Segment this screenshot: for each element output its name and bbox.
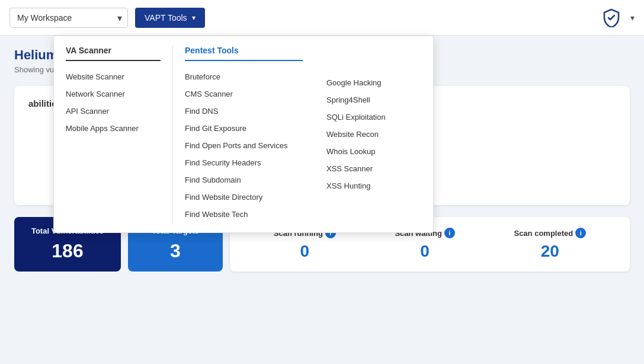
- menu-item-sqli-exploitation[interactable]: SQLi Exploitation: [326, 108, 421, 126]
- menu-item-xss-hunting[interactable]: XSS Hunting: [326, 177, 421, 194]
- header: My Workspace VAPT Tools ▾ ▾: [0, 0, 644, 36]
- menu-item-find-git-exposure[interactable]: Find Git Exposure: [185, 120, 303, 137]
- va-scanner-column: VA Scanner Website Scanner Network Scann…: [54, 46, 172, 223]
- menu-item-network-scanner[interactable]: Network Scanner: [66, 85, 161, 103]
- menu-item-xss-scanner[interactable]: XSS Scanner: [326, 160, 421, 177]
- pentest-tools-column-2: Google Hacking Spring4Shell SQLi Exploit…: [315, 46, 433, 223]
- menu-item-find-website-directory[interactable]: Find Website Directory: [185, 189, 303, 206]
- menu-item-cms-scanner[interactable]: CMS Scanner: [185, 85, 303, 103]
- dropdown-overlay: VA Scanner Website Scanner Network Scann…: [0, 36, 644, 364]
- menu-item-find-security-headers[interactable]: Find Security Headers: [185, 154, 303, 171]
- menu-item-google-hacking[interactable]: Google Hacking: [326, 74, 421, 91]
- vapt-tools-button[interactable]: VAPT Tools ▾: [135, 8, 205, 28]
- dropdown-menu: VA Scanner Website Scanner Network Scann…: [53, 36, 434, 233]
- vapt-tools-label: VAPT Tools: [145, 13, 187, 23]
- menu-item-website-scanner[interactable]: Website Scanner: [66, 68, 161, 85]
- menu-item-mobile-apps-scanner[interactable]: Mobile Apps Scanner: [66, 120, 161, 137]
- vapt-tools-arrow-icon: ▾: [192, 14, 196, 22]
- header-right: ▾: [602, 8, 635, 27]
- menu-item-find-dns[interactable]: Find DNS: [185, 103, 303, 120]
- menu-item-find-website-tech[interactable]: Find Website Tech: [185, 206, 303, 223]
- va-scanner-title: VA Scanner: [66, 46, 161, 61]
- menu-item-spring4shell[interactable]: Spring4Shell: [326, 91, 421, 108]
- menu-item-find-subdomain[interactable]: Find Subdomain: [185, 171, 303, 189]
- workspace-select[interactable]: My Workspace: [9, 8, 128, 28]
- pentest-tools-title: Pentest Tools: [185, 46, 303, 61]
- menu-item-website-recon[interactable]: Website Recon: [326, 126, 421, 143]
- menu-item-whois-lookup[interactable]: Whois Lookup: [326, 143, 421, 160]
- menu-item-api-scanner[interactable]: API Scanner: [66, 103, 161, 120]
- shield-icon: [602, 8, 621, 27]
- workspace-selector-wrapper: My Workspace: [9, 8, 128, 28]
- menu-item-bruteforce[interactable]: Bruteforce: [185, 68, 303, 85]
- pentest-tools-column-1: Pentest Tools Bruteforce CMS Scanner Fin…: [172, 46, 315, 223]
- header-dropdown-arrow-icon[interactable]: ▾: [630, 13, 635, 23]
- menu-item-find-open-ports[interactable]: Find Open Ports and Services: [185, 137, 303, 154]
